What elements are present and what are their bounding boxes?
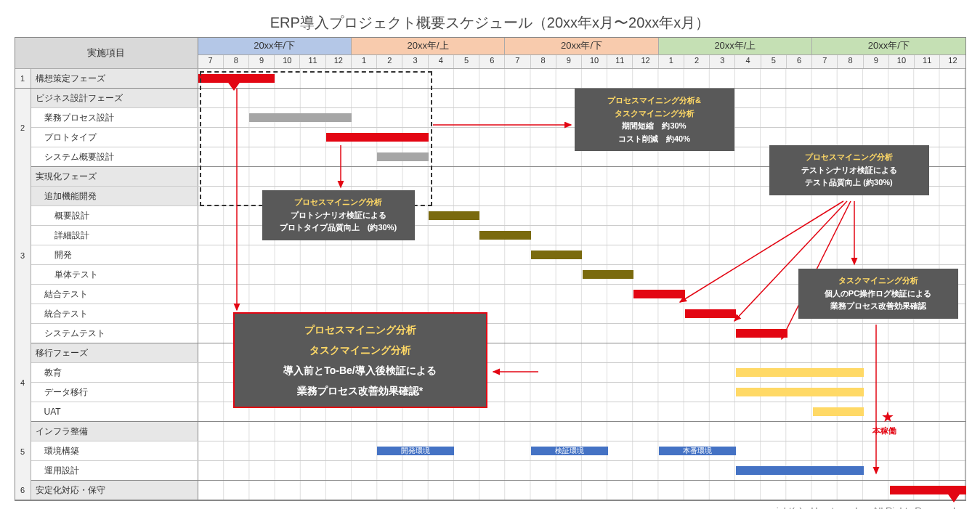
month-header: 8 — [838, 55, 863, 68]
month-header: 5 — [454, 55, 479, 68]
group-number: 5 — [15, 422, 31, 481]
callout-main-effect: プロセスマイニング分析 タスクマイニング分析 導入前とTo-Be/導入後検証によ… — [233, 312, 487, 408]
timeline-lane — [198, 69, 965, 88]
timeline-lane — [198, 245, 965, 264]
gantt-bar — [633, 290, 685, 298]
task-label: ビジネス設計フェーズ — [31, 89, 198, 107]
month-header: 3 — [710, 55, 735, 68]
gantt-row: データ移行 — [15, 383, 965, 402]
gantt-bar — [479, 231, 531, 240]
month-header: 1 — [659, 55, 684, 68]
task-label: 教育 — [31, 363, 198, 382]
task-label: データ移行 — [31, 383, 198, 402]
gantt-row: UAT — [15, 402, 965, 422]
go-live-label: 本稼働 — [872, 425, 896, 436]
period-header: 20xx年/下 — [505, 38, 658, 54]
month-header: 3 — [402, 55, 428, 68]
gantt-bar — [429, 211, 480, 220]
task-label: 安定化対応・保守 — [31, 481, 198, 500]
task-label: インフラ整備 — [31, 422, 198, 441]
month-header: 8 — [224, 55, 249, 68]
gantt-row: ビジネス設計フェーズ — [15, 89, 965, 108]
month-header: 7 — [505, 55, 530, 68]
gantt-bar — [813, 407, 864, 416]
gantt-row: 環境構築開発環境検証環境本番環境 — [15, 441, 965, 461]
period-header: 20xx年/下 — [812, 38, 965, 54]
month-header: 11 — [300, 55, 325, 68]
task-label: 単体テスト — [31, 265, 198, 284]
period-header: 20xx年/上 — [659, 38, 812, 54]
gantt-row: 教育 — [15, 363, 965, 383]
task-label: 開発 — [31, 245, 198, 264]
gantt-bar: 本番環境 — [659, 447, 736, 455]
row-number: 1 — [15, 69, 31, 88]
month-header: 10 — [582, 55, 607, 68]
timeline-lane — [198, 481, 965, 500]
gantt-bar — [583, 270, 634, 279]
task-label: UAT — [31, 402, 198, 421]
gantt-bar — [531, 251, 583, 259]
callout-proto-quality: プロセスマイニング分析 プロトシナリオ検証による プロトタイプ品質向上 (約30… — [262, 190, 415, 240]
task-label: 概要設計 — [31, 206, 198, 225]
callout-mining-savings: プロセスマイニング分析& タスクマイニング分析 期間短縮 約30% コスト削減 … — [575, 89, 734, 151]
row-number: 6 — [15, 481, 31, 500]
gantt-bar — [736, 368, 864, 377]
timeline-lane — [198, 422, 965, 441]
go-live-star-icon: ★ — [881, 408, 894, 425]
gantt-row: 運用設計 — [15, 461, 965, 481]
gantt-row: プロトタイプ — [15, 128, 965, 147]
milestone-marker — [947, 492, 961, 502]
gantt-bar — [326, 133, 429, 142]
task-label: システムテスト — [31, 324, 198, 343]
month-header: 5 — [761, 55, 787, 68]
month-header: 7 — [198, 55, 224, 68]
gantt-row: 開発 — [15, 245, 965, 265]
month-header: 7 — [812, 55, 838, 68]
month-header: 1 — [352, 55, 377, 68]
period-header: 20xx年/上 — [352, 38, 505, 54]
header-periods: 実施項目 20xx年/下20xx年/上20xx年/下20xx年/上20xx年/下… — [15, 38, 965, 69]
gantt-row: 移行フェーズ — [15, 343, 965, 363]
month-header: 12 — [633, 55, 658, 68]
task-label: 環境構築 — [31, 441, 198, 460]
group-number: 2 — [15, 89, 31, 167]
gantt-row: インフラ整備 — [15, 422, 965, 441]
gantt-bar — [736, 388, 864, 396]
task-label: 実現化フェーズ — [31, 167, 198, 186]
gantt-row: 6安定化対応・保守 — [15, 481, 965, 500]
timeline-lane: 開発環境検証環境本番環境 — [198, 441, 965, 460]
task-label: 結合テスト — [31, 285, 198, 304]
copyright-footer: copyright(c) - Heartcore,Inc. All Rights… — [7, 505, 955, 509]
task-label: 業務プロセス設計 — [31, 108, 198, 127]
month-header: 8 — [531, 55, 556, 68]
gantt-bar — [249, 113, 352, 122]
timeline-lane — [198, 461, 965, 480]
group-number: 4 — [15, 343, 31, 422]
gantt-bar: 開発環境 — [377, 447, 454, 455]
callout-test-quality: プロセスマイニング分析 テストシナリオ検証による テスト品質向上 (約30%) — [769, 145, 929, 195]
gantt-bar — [377, 152, 429, 161]
gantt-row: 詳細設計 — [15, 226, 965, 245]
task-label: 詳細設計 — [31, 226, 198, 245]
month-header: 4 — [735, 55, 761, 68]
task-column-header: 実施項目 — [15, 38, 198, 68]
gantt-row: 業務プロセス設計 — [15, 108, 965, 128]
gantt-chart: 実施項目 20xx年/下20xx年/上20xx年/下20xx年/上20xx年/下… — [15, 37, 966, 501]
month-header: 12 — [326, 55, 352, 68]
month-header: 2 — [377, 55, 402, 68]
month-header: 2 — [684, 55, 710, 68]
period-header: 20xx年/下 — [198, 38, 352, 54]
task-label: 構想策定フェーズ — [31, 69, 198, 88]
task-label: プロトタイプ — [31, 128, 198, 147]
gantt-bar — [736, 466, 864, 475]
gantt-bar — [685, 309, 737, 318]
task-label: 移行フェーズ — [31, 343, 198, 362]
month-header: 4 — [429, 55, 454, 68]
month-header: 9 — [249, 55, 275, 68]
gantt-row: 1構想策定フェーズ — [15, 69, 965, 89]
gantt-bar — [736, 329, 787, 338]
task-label: 運用設計 — [31, 461, 198, 480]
month-header: 11 — [607, 55, 633, 68]
gantt-bar: 検証環境 — [531, 447, 608, 455]
callout-task-mining: タスクマイニング分析 個人のPC操作ログ検証による 業務プロセス改善効果確認 — [798, 269, 958, 319]
